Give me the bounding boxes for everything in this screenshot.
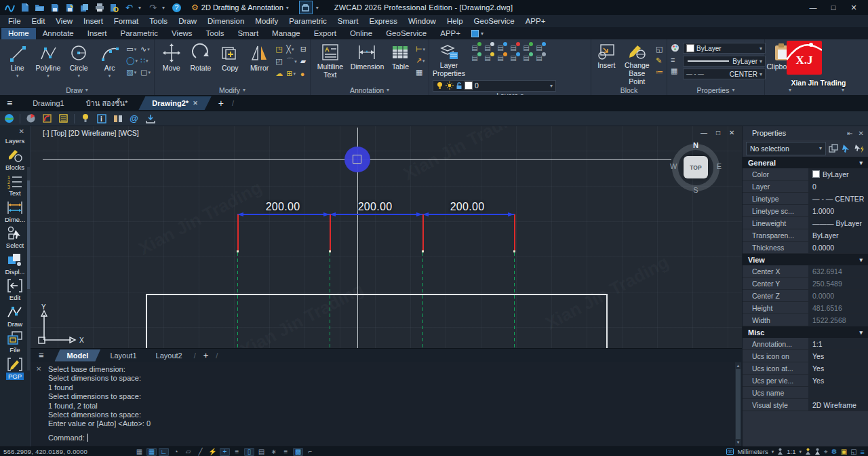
- doc-tab-menu-icon[interactable]: ≡: [7, 98, 12, 109]
- property-row[interactable]: Visual style 2D Wireframe: [743, 399, 868, 411]
- spline-button[interactable]: ∿▾: [140, 44, 151, 54]
- redo-button[interactable]: ↷: [147, 2, 159, 13]
- layout-tab[interactable]: Layout2: [146, 350, 192, 361]
- property-row[interactable]: Thickness 0.0000: [743, 242, 868, 254]
- new-drawing-tab-button[interactable]: +: [212, 98, 231, 109]
- rectangle-object[interactable]: [146, 294, 608, 348]
- dimension-style-button[interactable]: ⊢▾: [416, 44, 425, 54]
- menu-item[interactable]: Help: [441, 16, 469, 26]
- compass-west[interactable]: W: [670, 162, 677, 170]
- lineweight-dropdown[interactable]: ByLayer ▾: [683, 56, 766, 66]
- auto-hide-pin-icon[interactable]: ⇤: [847, 130, 852, 137]
- palette-scrollbar[interactable]: [27, 167, 30, 370]
- toolbox-button[interactable]: [299, 1, 313, 14]
- palette-close-icon[interactable]: ✕: [19, 128, 24, 136]
- trim-button[interactable]: ╳▾: [286, 44, 297, 54]
- viewport-controls[interactable]: [-] [Top] [2D Wireframe] [WCS]: [43, 129, 139, 137]
- ribbon-tab[interactable]: APP+: [433, 28, 467, 39]
- annotation-monitor-icon[interactable]: ∗: [269, 448, 279, 456]
- property-row[interactable]: Linetype sc... 1.0000: [743, 205, 868, 217]
- menu-item[interactable]: Parametric: [283, 16, 332, 26]
- property-row[interactable]: Annotation... 1:1: [743, 338, 868, 350]
- section-header-view[interactable]: View ▾: [743, 254, 868, 265]
- arc-button[interactable]: Arc▾: [96, 41, 123, 79]
- menu-item[interactable]: Window: [403, 16, 441, 26]
- copy-tool-button[interactable]: Copy: [217, 41, 243, 73]
- line-button[interactable]: Line▾: [3, 41, 31, 79]
- draw-panel-label[interactable]: Draw▾: [0, 85, 154, 95]
- menu-item[interactable]: Insert: [78, 16, 108, 26]
- open-file-button[interactable]: [34, 2, 45, 13]
- window-maximize-button[interactable]: □: [823, 3, 844, 12]
- layer-merge-icon[interactable]: ▤: [521, 54, 532, 62]
- snap-mode-icon[interactable]: ▦: [146, 448, 157, 456]
- info-icon[interactable]: i: [96, 113, 107, 124]
- palette-item-layers[interactable]: Layers: [1, 136, 28, 145]
- extension-line[interactable]: [514, 214, 515, 251]
- linetype-dropdown[interactable]: — - — CENTER ▾: [683, 69, 766, 79]
- change-base-point-button[interactable]: Change Base Point: [621, 41, 653, 86]
- palette-item-pgp[interactable]: PGP: [1, 357, 28, 380]
- new-layout-button[interactable]: +: [198, 350, 214, 360]
- layer-previous-icon[interactable]: ▤: [521, 43, 532, 52]
- palette-item-text[interactable]: 123 Text: [1, 174, 28, 197]
- object-snap-icon[interactable]: ╱: [195, 448, 205, 456]
- layer-walk-icon[interactable]: ▤: [534, 54, 545, 62]
- fillet-button[interactable]: ⌒▾: [286, 56, 297, 66]
- layer-properties-button[interactable]: Layer Properties: [433, 41, 465, 78]
- settings-gear-icon[interactable]: ⚙: [831, 448, 837, 455]
- ribbon-tab[interactable]: Manage: [265, 28, 307, 39]
- polar-tracking-icon[interactable]: ◔: [171, 448, 181, 456]
- ribbon-tab[interactable]: GeoService: [379, 28, 433, 39]
- select-objects-icon[interactable]: [842, 144, 852, 153]
- section-header-general[interactable]: General ▾: [743, 157, 868, 168]
- ribbon-tab[interactable]: Online: [343, 28, 379, 39]
- scroll-down-icon[interactable]: ▾: [737, 440, 740, 445]
- palette-item-select[interactable]: Select: [1, 226, 28, 249]
- geoservice-globe-icon[interactable]: [3, 113, 15, 124]
- layer-isolate-icon[interactable]: ▤: [469, 54, 480, 62]
- revision-cloud-button[interactable]: ☁: [275, 69, 283, 79]
- property-row[interactable]: Width 1522.2568: [743, 314, 868, 326]
- clipboard-flyout-caret-icon[interactable]: ▾: [789, 87, 791, 93]
- color-palette-icon[interactable]: [671, 43, 679, 53]
- selection-cycling-icon[interactable]: ▤: [256, 448, 267, 456]
- command-window[interactable]: ✕ Select base dimension:Select dimension…: [31, 362, 742, 446]
- status-menu-icon[interactable]: ≡: [861, 448, 865, 456]
- property-row[interactable]: Center Y 250.5489: [743, 278, 868, 290]
- doc-minimize-button[interactable]: —: [701, 129, 707, 136]
- new-file-button[interactable]: [19, 2, 31, 13]
- compass-south[interactable]: S: [669, 186, 722, 194]
- menu-item[interactable]: Edit: [26, 16, 51, 26]
- toggle-pickadd-icon[interactable]: [829, 144, 839, 153]
- annotation-scale-value[interactable]: 1:1: [787, 448, 795, 455]
- block-panel-label[interactable]: Block: [591, 86, 667, 95]
- edit-attribute-button[interactable]: ✎: [656, 56, 663, 66]
- window-minimize-button[interactable]: —: [803, 3, 823, 12]
- lineweight-list-icon[interactable]: ≡: [671, 54, 679, 64]
- layer-freeze-icon[interactable]: ▤: [495, 43, 506, 52]
- dimension-text[interactable]: 200.00: [344, 201, 406, 213]
- color-dropdown[interactable]: ByLayer ▾: [683, 43, 766, 54]
- explode-button[interactable]: ●: [300, 69, 307, 79]
- property-row[interactable]: Ucs name: [743, 387, 868, 399]
- online-at-icon[interactable]: @: [128, 113, 140, 124]
- ribbon-tab[interactable]: Views: [165, 28, 199, 39]
- point-button[interactable]: ∷▾: [140, 56, 151, 66]
- ribbon-tab[interactable]: Insert: [81, 28, 114, 39]
- move-button[interactable]: Move: [158, 41, 184, 73]
- mirror-button[interactable]: Mirror: [246, 41, 273, 73]
- dynamic-input-icon[interactable]: +: [220, 448, 230, 456]
- units-selector[interactable]: Millimeters: [737, 448, 768, 455]
- undo-button[interactable]: ↶: [123, 2, 135, 13]
- ortho-mode-icon[interactable]: ∟: [159, 448, 169, 456]
- ellipse-button[interactable]: ◯▾: [126, 56, 138, 66]
- command-close-icon[interactable]: ✕: [36, 365, 41, 373]
- object-snap-tracking-icon[interactable]: ⚡: [208, 448, 218, 456]
- window-close-button[interactable]: ✕: [844, 3, 864, 12]
- compass-east[interactable]: E: [717, 162, 722, 170]
- plugin-icon[interactable]: ▣: [841, 448, 847, 455]
- palette-item-display[interactable]: Displ...: [1, 252, 28, 276]
- quick-select-icon[interactable]: [854, 144, 865, 153]
- redo-caret-icon[interactable]: ▾: [162, 5, 167, 11]
